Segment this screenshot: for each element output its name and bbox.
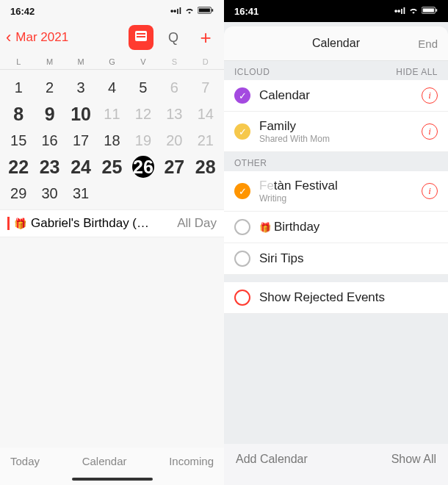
calendar-week: 22232425262728: [3, 154, 221, 180]
calendar-day[interactable]: 3: [65, 74, 96, 101]
calendars-button[interactable]: Calendar: [82, 455, 127, 467]
info-icon[interactable]: i: [422, 183, 438, 199]
calendar-day[interactable]: 30: [34, 180, 65, 206]
calendar-day[interactable]: 17: [65, 127, 96, 154]
event-row[interactable]: 🎁 Gabriel's Birthday (… All Day: [0, 209, 224, 237]
show-all-button[interactable]: Show All: [391, 453, 436, 466]
calendar-day[interactable]: 8: [3, 101, 34, 127]
checkbox-icon[interactable]: [234, 290, 250, 306]
info-icon[interactable]: i: [422, 123, 438, 140]
calendar-day[interactable]: 27: [159, 154, 189, 180]
add-calendar-button[interactable]: Add Calendar: [236, 453, 308, 466]
done-button[interactable]: End: [418, 37, 438, 50]
checkbox-icon[interactable]: ✓: [234, 123, 250, 140]
section-header-icloud: ICLOUD HIDE ALL: [224, 61, 448, 80]
info-icon[interactable]: i: [422, 87, 438, 104]
cell-title: Show Rejected Events: [259, 290, 438, 305]
sheet-title: Calendar: [312, 37, 360, 50]
weekday-row: LMMGVSD: [0, 56, 224, 70]
calendar-day[interactable]: 20: [159, 127, 189, 154]
cell-title: Family: [259, 119, 413, 134]
calendar-list-item[interactable]: ✓Calendari: [224, 80, 448, 112]
calendar-week: 891011121314: [3, 101, 221, 127]
back-chevron-icon[interactable]: ‹: [6, 28, 11, 47]
calendar-list-item[interactable]: ✓FamilyShared With Momi: [224, 112, 448, 152]
status-time: 16:42: [10, 6, 35, 17]
section-label: OTHER: [234, 158, 267, 168]
list-view-toggle[interactable]: [129, 25, 153, 50]
search-button[interactable]: Q: [161, 25, 186, 50]
calendar-day[interactable]: 24: [65, 154, 96, 180]
show-rejected-row[interactable]: Show Rejected Events: [224, 282, 448, 314]
other-calendar-list: ✓Fetàn FestivalWritingi🎁BirthdaySiri Tip…: [224, 171, 448, 275]
month-label[interactable]: Mar 2021: [15, 30, 121, 45]
weekday-label: M: [34, 57, 65, 66]
calendar-day[interactable]: 12: [128, 101, 159, 127]
sheet-header: Calendar End: [224, 26, 448, 61]
list-icon: [134, 30, 148, 46]
checkbox-icon[interactable]: [234, 219, 250, 235]
checkbox-icon[interactable]: ✓: [234, 87, 250, 104]
calendar-day[interactable]: 10: [65, 101, 96, 127]
calendar-day[interactable]: 29: [3, 180, 34, 206]
calendar-day[interactable]: 25: [96, 154, 127, 180]
calendar-day[interactable]: 11: [96, 101, 127, 127]
calendar-list-item[interactable]: ✓Fetàn FestivalWritingi: [224, 171, 448, 212]
signal-icon: ••ıl: [170, 6, 181, 16]
calendar-day[interactable]: 7: [190, 74, 221, 101]
wifi-icon: [408, 6, 419, 17]
calendar-day[interactable]: 14: [190, 101, 221, 127]
weekday-label: D: [190, 57, 221, 66]
search-icon: Q: [168, 30, 178, 46]
calendar-day[interactable]: 18: [96, 127, 127, 154]
calendar-grid: 1234567891011121314151617181920212223242…: [0, 70, 224, 209]
calendar-day[interactable]: 16: [34, 127, 65, 154]
svg-rect-4: [137, 33, 145, 35]
status-icons: ••ıl: [394, 6, 438, 17]
calendar-day[interactable]: 22: [3, 154, 34, 180]
calendars-sheet-screen: 16:41 ••ıl Calendar End ICLOUD HIDE ALL …: [224, 0, 448, 485]
calendar-day: [159, 180, 189, 206]
calendar-day[interactable]: 4: [96, 74, 127, 101]
svg-rect-1: [199, 8, 210, 12]
calendar-day[interactable]: 15: [3, 127, 34, 154]
calendar-day[interactable]: 19: [128, 127, 159, 154]
calendar-day[interactable]: 13: [159, 101, 189, 127]
hide-all-button[interactable]: HIDE ALL: [396, 67, 438, 77]
calendar-day[interactable]: 1: [3, 74, 34, 101]
today-button[interactable]: Today: [10, 455, 40, 467]
calendar-day: [190, 180, 221, 206]
battery-icon: [422, 6, 438, 17]
calendar-day[interactable]: 21: [190, 127, 221, 154]
calendar-month-screen: 16:42 ••ıl ‹ Mar 2021 Q + LMMGVSD 123456…: [0, 0, 224, 485]
cell-title: Siri Tips: [259, 251, 438, 266]
event-color-bar: [7, 217, 10, 230]
calendar-day[interactable]: 5: [128, 74, 159, 101]
calendar-day[interactable]: 28: [190, 154, 221, 180]
svg-rect-7: [423, 8, 434, 12]
inbox-button[interactable]: Incoming: [169, 455, 214, 467]
calendar-day: [128, 180, 159, 206]
calendar-day[interactable]: 31: [65, 180, 96, 206]
checkbox-icon[interactable]: [234, 251, 250, 267]
calendar-day[interactable]: 23: [34, 154, 65, 180]
calendar-day[interactable]: 9: [34, 101, 65, 127]
calendar-day: [96, 180, 127, 206]
status-icons: ••ıl: [170, 6, 214, 17]
calendar-list-item[interactable]: 🎁Birthday: [224, 212, 448, 243]
calendar-day[interactable]: 26: [128, 154, 159, 180]
bottom-toolbar: Add Calendar Show All: [224, 444, 448, 485]
weekday-label: G: [96, 57, 127, 66]
home-indicator: [72, 478, 153, 481]
checkbox-icon[interactable]: ✓: [234, 183, 250, 199]
weekday-label: S: [159, 57, 189, 66]
gift-icon: 🎁: [14, 218, 26, 229]
calendar-list-item[interactable]: Siri Tips: [224, 243, 448, 275]
status-time: 16:41: [234, 6, 259, 17]
weekday-label: M: [65, 57, 96, 66]
calendar-day[interactable]: 2: [34, 74, 65, 101]
calendar-day[interactable]: 6: [159, 74, 189, 101]
cell-subtitle: Shared With Mom: [259, 134, 413, 144]
add-event-button[interactable]: +: [193, 25, 218, 50]
weekday-label: L: [3, 57, 34, 66]
